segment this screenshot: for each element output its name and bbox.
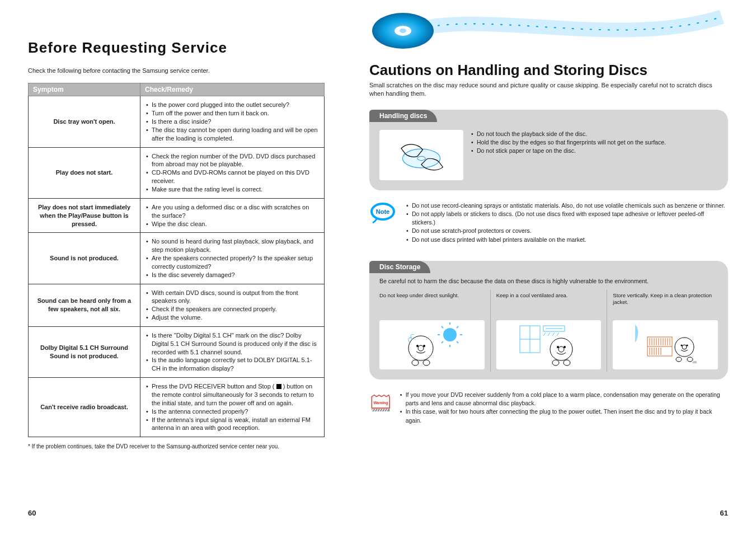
svg-text:Warning: Warning (373, 401, 388, 405)
left-footnote: * If the problem continues, take the DVD… (28, 443, 325, 451)
hands-holding-disc-icon (379, 130, 463, 180)
table-row: Sound is not produced. No sound is heard… (29, 233, 325, 284)
symptom-cell: Disc tray won't open. (29, 96, 140, 147)
remedy-bullet: Is there a disc inside? (146, 118, 318, 126)
svg-point-20 (412, 360, 419, 366)
remedy-bullet: No sound is heard during fast playback, … (146, 237, 318, 254)
svg-line-14 (442, 341, 443, 343)
svg-point-21 (423, 360, 430, 366)
handling-discs-panel: Handling discs Do not touch the playback… (369, 110, 728, 190)
symptom-cell: Play does not start immediately when the… (29, 198, 140, 233)
remedy-cell: Is there "Dolby Digital 5.1 CH" mark on … (140, 326, 325, 377)
svg-point-52 (682, 345, 687, 349)
remedy-bullet: With certain DVD discs, sound is output … (146, 289, 318, 306)
remedy-bullet: Is there "Dolby Digital 5.1 CH" mark on … (146, 331, 318, 357)
right-subtitle: Small scratches on the disc may reduce s… (369, 81, 728, 99)
svg-point-28 (558, 346, 564, 352)
svg-point-18 (416, 345, 419, 347)
right-page-title: Cautions on Handling and Storing Discs (369, 62, 728, 79)
remedy-bullet: Check the region number of the DVD. DVD … (146, 152, 318, 169)
page-number-left: 60 (28, 509, 36, 517)
remedy-bullet: Check if the speakers are connected prop… (146, 305, 318, 313)
handling-line: Do not stick paper or tape on the disc. (471, 147, 666, 155)
svg-point-31 (552, 360, 559, 366)
handling-line: Do not touch the playback side of the di… (471, 130, 666, 138)
symptom-cell: Dolby Digital 5.1 CH Surround Sound is n… (29, 326, 140, 377)
svg-point-17 (418, 345, 424, 351)
note-icon: Note (369, 202, 398, 224)
svg-point-0 (372, 13, 434, 49)
remedy-bullet: If the antenna's input signal is weak, i… (146, 416, 318, 433)
svg-point-53 (681, 344, 683, 346)
remedy-bullet: Are you using a deformed disc or a disc … (146, 203, 318, 220)
left-page-title: Before Requesting Service (28, 39, 325, 57)
svg-point-54 (687, 344, 688, 346)
svg-point-56 (687, 357, 693, 362)
table-row: Dolby Digital 5.1 CH Surround Sound is n… (29, 326, 325, 377)
storage-caption: Store vertically. Keep in a clean protec… (613, 292, 718, 316)
svg-point-1 (395, 26, 411, 36)
warning-block: Warning If you move your DVD receiver su… (369, 391, 728, 425)
table-header-remedy: Check/Remedy (140, 83, 325, 96)
note-line: Do not use record-cleaning sprays or ant… (406, 202, 728, 210)
troubleshooting-table: Symptom Check/Remedy Disc tray won't ope… (28, 83, 325, 437)
table-row: Disc tray won't open. Is the power cord … (29, 96, 325, 147)
remedy-bullet: Is the audio language correctly set to D… (146, 356, 318, 373)
table-row: Sound can be heard only from a few speak… (29, 284, 325, 326)
remedy-cell: Press the DVD RECEIVER button and Stop (… (140, 378, 325, 437)
storage-cell: Keep in a cool ventilated area. (490, 290, 607, 372)
disc-shelf-icon (613, 320, 718, 369)
svg-point-19 (423, 345, 425, 347)
svg-point-2 (400, 29, 406, 33)
disc-storage-header: Disc Storage (369, 261, 430, 273)
remedy-bullet: Turn off the power and then turn it back… (146, 109, 318, 118)
svg-line-12 (442, 326, 443, 328)
table-row: Play does not start immediately when the… (29, 198, 325, 233)
page-number-right: 61 (720, 509, 728, 517)
left-intro: Check the following before contacting th… (28, 67, 325, 75)
svg-point-55 (676, 357, 682, 362)
svg-point-32 (564, 360, 570, 366)
stop-icon (276, 384, 281, 389)
note-block: Note Do not use record-cleaning sprays o… (369, 202, 728, 244)
handling-line: Hold the disc by the edges so that finge… (471, 138, 666, 147)
storage-caption: Do not keep under direct sunlight. (379, 292, 485, 316)
warning-line: If you move your DVD receiver suddenly f… (400, 391, 728, 407)
remedy-bullet: Is the antenna connected properly? (146, 407, 318, 416)
note-text: Do not use record-cleaning sprays or ant… (406, 202, 728, 244)
warning-text: If you move your DVD receiver suddenly f… (400, 391, 728, 425)
disc-sunlight-icon (379, 320, 485, 369)
warning-line: In this case, wait for two hours after c… (400, 407, 728, 424)
remedy-bullet: The disc tray cannot be open during load… (146, 126, 318, 143)
svg-text:Note: Note (376, 208, 389, 215)
remedy-bullet: Are the speakers connected properly? Is … (146, 254, 318, 271)
storage-caption: Keep in a cool ventilated area. (496, 292, 602, 316)
svg-point-30 (564, 346, 566, 348)
remedy-bullet: Press the DVD RECEIVER button and Stop (… (146, 382, 318, 407)
handling-discs-header: Handling discs (369, 110, 437, 122)
disc-cool-area-icon (496, 320, 602, 369)
svg-line-15 (457, 326, 458, 328)
remedy-cell: With certain DVD discs, sound is output … (140, 284, 325, 326)
remedy-bullet: CD-ROMs and DVD-ROMs cannot be played on… (146, 168, 318, 185)
disc-filmstrip-art (364, 0, 727, 56)
remedy-bullet: Is the disc severely damaged? (146, 271, 318, 279)
warning-icon: Warning (369, 391, 392, 416)
storage-cell: Store vertically. Keep in a clean protec… (607, 290, 724, 372)
remedy-bullet: Is the power cord plugged into the outle… (146, 101, 318, 109)
disc-storage-intro: Be careful not to harm the disc because … (369, 273, 728, 284)
symptom-cell: Play does not start. (29, 147, 140, 198)
svg-point-4 (417, 156, 425, 160)
symptom-cell: Sound is not produced. (29, 233, 140, 284)
table-row: Play does not start. Check the region nu… (29, 147, 325, 198)
table-row: Can't receive radio broadcast. Press the… (29, 378, 325, 437)
remedy-cell: Check the region number of the DVD. DVD … (140, 147, 325, 198)
handling-discs-text: Do not touch the playback side of the di… (471, 130, 666, 180)
note-line: Do not use scratch-proof protectors or c… (406, 227, 728, 235)
remedy-cell: Is the power cord plugged into the outle… (140, 96, 325, 147)
svg-point-7 (443, 328, 457, 341)
svg-point-29 (557, 346, 559, 348)
remedy-bullet: Wipe the disc clean. (146, 220, 318, 228)
remedy-bullet: Make sure that the rating level is corre… (146, 185, 318, 194)
remedy-text-prefix: Press the DVD RECEIVER button and Stop ( (152, 383, 275, 390)
